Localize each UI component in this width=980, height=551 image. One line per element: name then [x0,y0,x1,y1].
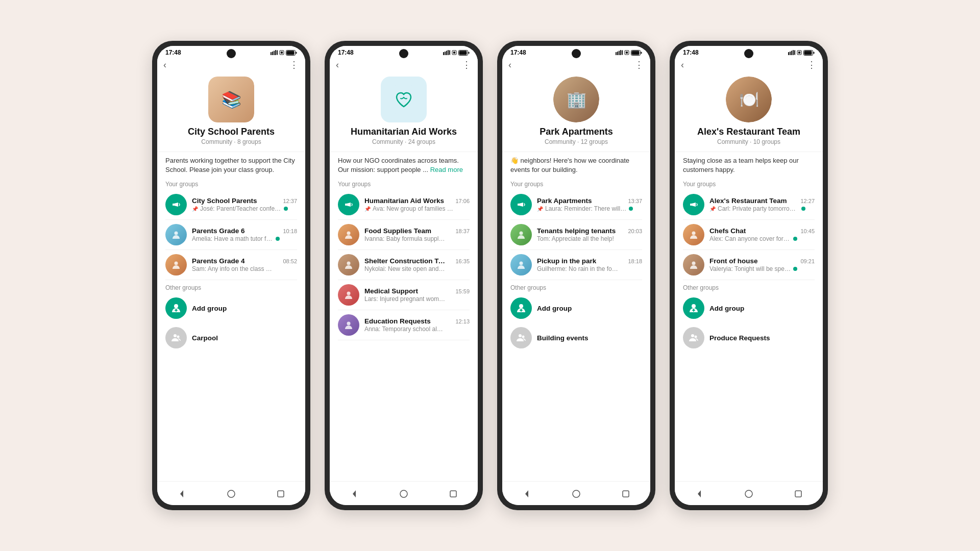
nav-back-button[interactable] [347,487,361,501]
group-avatar [683,254,704,276]
phone-phone4: 17:48 ‹ ⋮ 🍽️Alex's Restaurant TeamCommun… [670,41,828,510]
unread-dot [793,267,797,271]
svg-rect-1 [272,52,273,55]
svg-point-31 [347,232,351,235]
svg-point-50 [519,304,523,308]
back-button[interactable]: ‹ [681,60,684,70]
group-avatar [510,327,532,348]
nav-back-button[interactable] [175,487,189,501]
svg-rect-6 [281,52,283,54]
svg-point-54 [522,336,525,338]
group-list-item[interactable]: Parents Grade 408:52Sam: Any info on the… [157,250,305,280]
nav-home-button[interactable] [397,487,411,501]
group-avatar [338,314,359,336]
svg-marker-4 [277,50,278,55]
group-list-item[interactable]: City School Parents12:37📌José: Parent/Te… [157,190,305,219]
nav-home-button[interactable] [569,487,583,501]
other-group-item[interactable]: Building events [502,323,650,353]
add-group-item[interactable]: Add group [675,293,823,323]
your-groups-label: Your groups [502,177,650,190]
svg-rect-72 [693,309,694,312]
svg-rect-8 [287,51,295,55]
notch [572,49,581,58]
svg-rect-39 [617,52,618,55]
nav-home-button[interactable] [742,487,756,501]
group-list-item[interactable]: Food Supplies Team18:37Ivanna: Baby form… [330,220,478,249]
group-list-item[interactable]: Park Apartments13:37📌Laura: Reminder: Th… [502,190,650,219]
your-groups-label: Your groups [675,177,823,190]
group-list-item[interactable]: Medical Support15:59Lars: Injured pregna… [330,280,478,310]
svg-point-32 [347,262,351,265]
group-list-item[interactable]: Education Requests12:13Anna: Temporary s… [330,310,478,340]
group-list-item[interactable]: Pickup in the park18:18Guilherme: No rai… [502,250,650,280]
svg-point-12 [174,304,178,308]
more-button[interactable]: ⋮ [807,59,817,70]
group-list-item[interactable]: Humanitarian Aid Works17:06📌Ava: New gro… [330,190,478,219]
nav-recents-button[interactable] [274,487,288,501]
add-group-item[interactable]: Add group [157,293,305,323]
nav-back-button[interactable] [520,487,534,501]
svg-rect-40 [619,51,620,56]
community-name: Park Apartments [540,127,612,137]
group-avatar [338,224,359,245]
more-button[interactable]: ⋮ [462,59,472,70]
svg-rect-3 [275,50,276,55]
more-button[interactable]: ⋮ [289,59,299,70]
group-avatar [165,327,187,348]
more-button[interactable]: ⋮ [634,59,644,70]
group-list-item[interactable]: Parents Grade 610:18Amelia: Have a math … [157,220,305,249]
svg-rect-9 [296,52,297,54]
group-list-item[interactable]: Alex's Restaurant Team12:27📌Carl: Privat… [675,190,823,219]
svg-point-34 [347,322,351,325]
group-avatar [510,254,532,276]
notch [399,49,408,58]
svg-rect-67 [814,52,815,54]
nav-home-button[interactable] [224,487,238,501]
group-list-item[interactable]: Front of house09:21Valeryia: Tonight wil… [675,250,823,280]
group-avatar [165,194,187,215]
other-group-item[interactable]: Produce Requests [675,323,823,353]
group-list-item[interactable]: Chefs Chat10:45Alex: Can anyone cover fo… [675,220,823,249]
nav-recents-button[interactable] [791,487,805,501]
add-group-item[interactable]: Add group [502,293,650,323]
back-button[interactable]: ‹ [508,60,511,70]
svg-marker-55 [525,490,528,497]
svg-point-76 [745,490,752,497]
group-avatar [165,254,187,276]
your-groups-label: Your groups [330,177,478,190]
svg-rect-46 [632,51,640,55]
read-more-link[interactable]: Read more [430,166,463,173]
group-avatar [338,194,359,215]
svg-point-33 [347,292,351,295]
svg-point-70 [692,304,696,308]
nav-recents-button[interactable] [619,487,633,501]
nav-back-button[interactable] [692,487,706,501]
nav-recents-button[interactable] [446,487,460,501]
other-group-item[interactable]: Carpool [157,323,305,353]
group-list-item[interactable]: Shelter Construction Team16:35Nykolai: N… [330,250,478,280]
svg-rect-64 [798,52,800,54]
group-avatar [683,224,704,245]
other-groups-label: Other groups [675,280,823,293]
svg-point-68 [692,232,696,235]
back-button[interactable]: ‹ [336,60,339,70]
svg-rect-58 [788,52,789,55]
community-sub: Community · 10 groups [717,138,780,145]
svg-rect-19 [278,491,284,497]
notch [227,49,236,58]
group-list-item[interactable]: Tenants helping tenants20:03Tom: Appreci… [502,220,650,249]
svg-rect-0 [271,52,272,55]
back-button[interactable]: ‹ [163,60,166,70]
group-avatar [510,224,532,245]
group-avatar [165,224,187,245]
community-name: City School Parents [188,127,275,137]
svg-marker-35 [353,490,356,497]
unread-dot [629,207,633,211]
svg-rect-20 [443,52,444,55]
svg-rect-60 [791,51,792,56]
svg-point-49 [520,262,523,265]
svg-rect-52 [521,309,522,312]
group-avatar [683,194,704,215]
svg-rect-28 [459,51,467,55]
community-avatar: 📚 [208,77,254,122]
